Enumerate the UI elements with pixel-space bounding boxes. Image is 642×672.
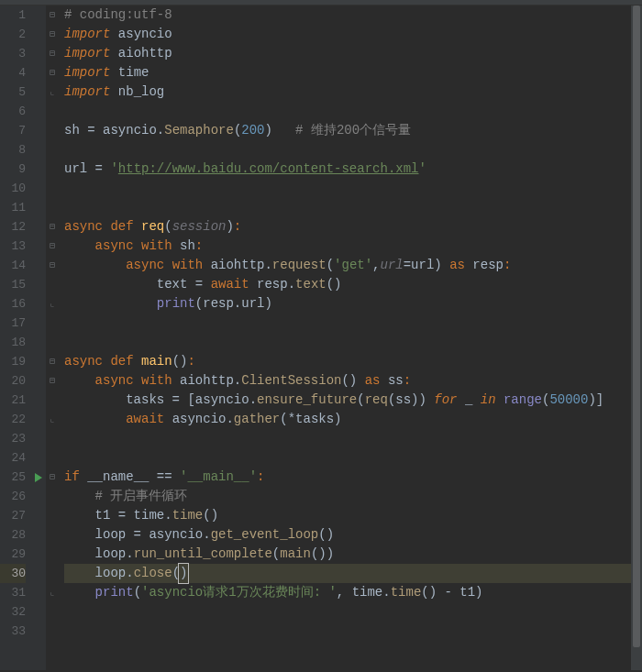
line-number[interactable]: 33 xyxy=(0,622,26,641)
vertical-scrollbar[interactable] xyxy=(631,6,642,670)
code-line[interactable]: async with aiohttp.ClientSession() as ss… xyxy=(64,371,631,391)
line-number[interactable]: 31 xyxy=(0,583,26,602)
code-token: aiohttp. xyxy=(211,258,272,272)
code-line[interactable]: await asyncio.gather(*tasks) xyxy=(64,410,631,429)
code-line[interactable] xyxy=(64,179,631,198)
line-number[interactable]: 11 xyxy=(0,198,26,217)
code-token: main xyxy=(280,546,311,561)
line-number[interactable]: 7 xyxy=(0,121,26,140)
code-line[interactable]: tasks = [asyncio.ensure_future(req(ss)) … xyxy=(64,391,631,410)
code-token: 'asyncio请求1万次花费时间: ' xyxy=(141,585,337,600)
line-number[interactable]: 18 xyxy=(0,333,26,352)
code-token: time xyxy=(172,508,204,523)
code-token xyxy=(110,65,117,80)
code-token: 200 xyxy=(241,123,264,138)
code-line[interactable]: loop.run_until_complete(main()) xyxy=(64,545,631,564)
code-line[interactable]: url = 'http://www.baidu.com/content-sear… xyxy=(64,160,631,179)
code-token: asyncio xyxy=(118,27,172,41)
line-number[interactable]: 5 xyxy=(0,83,26,102)
line-number[interactable]: 26 xyxy=(0,487,26,506)
line-number[interactable]: 12 xyxy=(0,217,26,237)
fold-toggle-icon[interactable]: ⊟ xyxy=(48,371,57,391)
line-number[interactable]: 21 xyxy=(0,391,26,410)
code-token: text xyxy=(295,277,327,292)
scrollbar-thumb[interactable] xyxy=(633,6,640,647)
fold-gutter[interactable]: ⊟⊟⊟⊟⌞⊟⊟⊟⌞⊟⊟⌞⊟⌞ xyxy=(46,6,59,670)
code-line[interactable]: text = await resp.text() xyxy=(64,275,631,294)
line-number[interactable]: 27 xyxy=(0,506,26,525)
code-line[interactable] xyxy=(64,622,631,641)
code-line[interactable]: async with aiohttp.request('get',url=url… xyxy=(64,256,631,275)
line-number[interactable]: 6 xyxy=(0,102,26,121)
run-main-icon[interactable] xyxy=(35,473,42,482)
fold-toggle-icon[interactable]: ⊟ xyxy=(48,63,57,83)
code-line[interactable] xyxy=(64,602,631,622)
code-line[interactable]: # 开启事件循环 xyxy=(64,487,631,506)
code-token xyxy=(64,258,126,272)
code-line[interactable] xyxy=(64,140,631,160)
line-number[interactable]: 19 xyxy=(0,352,26,371)
line-number[interactable]: 30 xyxy=(0,564,26,583)
line-number[interactable]: 3 xyxy=(0,44,26,63)
code-line[interactable]: print(resp.url) xyxy=(64,294,631,314)
line-number[interactable]: 22 xyxy=(0,410,26,429)
code-area[interactable]: # coding:utf-8import asyncioimport aioht… xyxy=(59,6,631,670)
line-number[interactable]: 15 xyxy=(0,275,26,294)
code-line[interactable]: if __name__ == '__main__': xyxy=(64,468,631,487)
code-line[interactable]: print('asyncio请求1万次花费时间: ', time.time() … xyxy=(64,583,631,602)
fold-toggle-icon[interactable]: ⊟ xyxy=(48,217,57,237)
code-line[interactable] xyxy=(64,102,631,121)
fold-toggle-icon[interactable]: ⊟ xyxy=(48,44,57,63)
line-number[interactable]: 13 xyxy=(0,237,26,256)
code-token: print xyxy=(157,296,195,311)
line-number[interactable]: 32 xyxy=(0,602,26,622)
fold-toggle-icon[interactable]: ⊟ xyxy=(48,6,57,25)
fold-toggle-icon[interactable]: ⊟ xyxy=(48,25,57,44)
code-line[interactable] xyxy=(64,448,631,468)
fold-toggle-icon[interactable]: ⊟ xyxy=(48,468,57,487)
code-token: _ xyxy=(458,392,481,407)
code-token: asyncio. xyxy=(103,123,164,138)
code-line[interactable]: async def main(): xyxy=(64,352,631,371)
code-line[interactable] xyxy=(64,429,631,448)
line-number[interactable]: 24 xyxy=(0,448,26,468)
code-token: = xyxy=(95,161,111,176)
line-number[interactable]: 10 xyxy=(0,179,26,198)
line-number[interactable]: 2 xyxy=(0,25,26,44)
code-token: tasks = [asyncio. xyxy=(64,392,257,407)
line-number[interactable]: 29 xyxy=(0,545,26,564)
code-line[interactable]: loop.close() xyxy=(64,564,631,583)
line-number[interactable]: 8 xyxy=(0,140,26,160)
line-number[interactable]: 20 xyxy=(0,371,26,391)
code-line[interactable]: import aiohttp xyxy=(64,44,631,63)
code-line[interactable]: async with sh: xyxy=(64,237,631,256)
code-token: as xyxy=(365,373,388,388)
code-line[interactable] xyxy=(64,333,631,352)
code-line[interactable]: sh = asyncio.Semaphore(200) # 维持200个信号量 xyxy=(64,121,631,140)
code-line[interactable]: # coding:utf-8 xyxy=(64,6,631,25)
fold-toggle-icon[interactable]: ⊟ xyxy=(48,256,57,275)
run-indicator-gutter[interactable] xyxy=(33,6,46,670)
line-number[interactable]: 1 xyxy=(0,6,26,25)
code-line[interactable]: async def req(session): xyxy=(64,217,631,237)
line-number[interactable]: 9 xyxy=(0,160,26,179)
line-number[interactable]: 23 xyxy=(0,429,26,448)
fold-toggle-icon[interactable]: ⊟ xyxy=(48,237,57,256)
code-line[interactable] xyxy=(64,198,631,217)
code-line[interactable]: import time xyxy=(64,63,631,83)
code-line[interactable]: import asyncio xyxy=(64,25,631,44)
line-number[interactable]: 4 xyxy=(0,63,26,83)
line-number[interactable]: 17 xyxy=(0,314,26,333)
code-line[interactable]: loop = asyncio.get_event_loop() xyxy=(64,525,631,545)
code-token xyxy=(64,585,95,600)
line-number[interactable]: 28 xyxy=(0,525,26,545)
code-line[interactable]: import nb_log xyxy=(64,83,631,102)
code-editor[interactable]: 1234567891011121314151617181920212223242… xyxy=(0,6,642,670)
line-number[interactable]: 16 xyxy=(0,294,26,314)
code-line[interactable]: t1 = time.time() xyxy=(64,506,631,525)
line-number-gutter[interactable]: 1234567891011121314151617181920212223242… xyxy=(0,6,33,670)
fold-toggle-icon[interactable]: ⊟ xyxy=(48,352,57,371)
line-number[interactable]: 14 xyxy=(0,256,26,275)
line-number[interactable]: 25 xyxy=(0,468,26,487)
code-line[interactable] xyxy=(64,314,631,333)
